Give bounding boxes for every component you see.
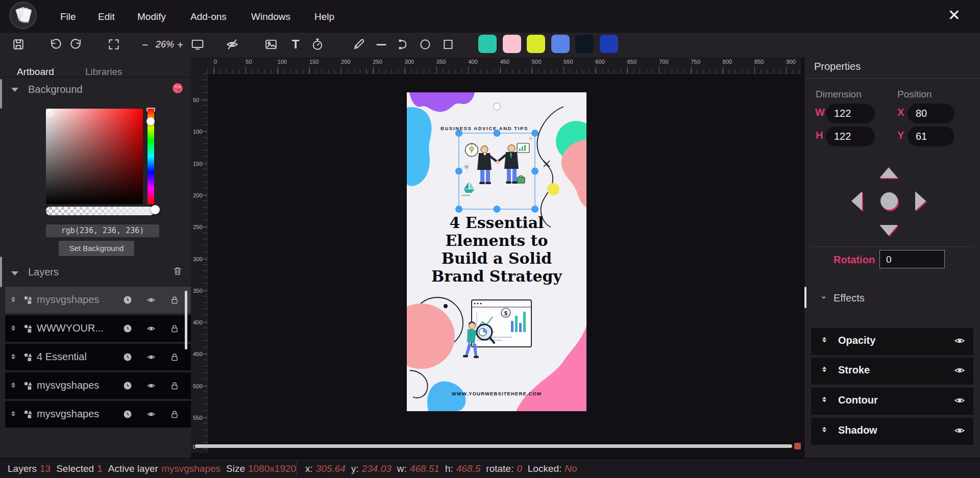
eye-icon[interactable] (954, 395, 965, 408)
clock-icon[interactable] (123, 410, 132, 419)
menu-item-addons[interactable]: Add-ons (190, 11, 227, 22)
x-field[interactable]: 80 (908, 104, 954, 123)
rectangle-tool-icon[interactable] (442, 38, 455, 51)
height-field[interactable]: 122 (826, 127, 875, 146)
eye-icon[interactable] (954, 336, 965, 348)
color-swatch-1[interactable] (503, 35, 521, 53)
color-swatch-5[interactable] (600, 35, 618, 53)
eye-icon[interactable] (146, 381, 156, 390)
y-field[interactable]: 61 (908, 127, 954, 146)
ruler-number: 100 (278, 59, 287, 65)
eye-icon[interactable] (146, 410, 156, 419)
ellipse-tool-icon[interactable] (419, 38, 432, 51)
nudge-up-button[interactable] (879, 167, 898, 178)
artboard-poster[interactable]: BUSINESS ADVICE AND TIPS 4 Essential (407, 92, 586, 411)
sort-handle-icon[interactable] (9, 353, 18, 362)
clock-icon[interactable] (123, 295, 132, 305)
chevron-down-icon[interactable] (11, 88, 18, 92)
layer-row-0[interactable]: mysvgshapes (5, 287, 191, 313)
rotation-handle[interactable] (494, 103, 501, 110)
lock-icon[interactable] (170, 410, 179, 419)
color-swatch-0[interactable] (478, 35, 497, 53)
panel-scrollbar[interactable] (804, 287, 806, 308)
layer-row-2[interactable]: 4 Essential (5, 344, 191, 370)
sort-handle-icon[interactable] (9, 410, 18, 419)
sort-handle-icon[interactable] (9, 324, 18, 333)
rgb-value[interactable]: rgb(236, 236, 236) (46, 224, 159, 237)
eye-icon[interactable] (954, 425, 965, 438)
color-swatch-4[interactable] (575, 35, 594, 53)
saturation-handle[interactable] (46, 110, 53, 116)
presentation-monitor-icon[interactable] (191, 38, 204, 51)
app-logo-icon[interactable] (10, 3, 36, 28)
nudge-right-button[interactable] (915, 191, 926, 211)
menu-item-edit[interactable]: Edit (98, 11, 115, 22)
effect-row-stroke[interactable]: Stroke (811, 358, 973, 385)
trash-icon[interactable] (173, 266, 183, 278)
sort-handle-icon[interactable] (820, 365, 828, 375)
effect-row-opacity[interactable]: Opacity (811, 328, 973, 355)
set-background-button[interactable]: Set Background (59, 241, 134, 256)
palette-icon[interactable] (172, 83, 183, 96)
zoom-out-button[interactable]: − (142, 39, 148, 51)
tab-libraries[interactable]: Libraries (85, 66, 122, 78)
color-swatch-2[interactable] (527, 35, 545, 53)
alpha-handle[interactable] (151, 205, 160, 214)
scrollbar-corner (794, 443, 801, 449)
eye-icon[interactable] (146, 295, 156, 305)
lock-icon[interactable] (170, 295, 179, 305)
nudge-left-button[interactable] (851, 191, 862, 211)
hue-handle[interactable] (146, 117, 155, 125)
clock-icon[interactable] (123, 381, 132, 390)
menu-item-modify[interactable]: Modify (137, 11, 166, 22)
layers-scrollbar[interactable] (185, 291, 187, 349)
timer-icon[interactable] (311, 38, 324, 51)
sort-handle-icon[interactable] (820, 395, 828, 406)
sort-handle-icon[interactable] (820, 425, 828, 436)
eye-icon[interactable] (146, 324, 156, 333)
zoom-in-button[interactable]: + (177, 39, 183, 51)
clock-icon[interactable] (123, 324, 132, 333)
layer-row-4[interactable]: mysvgshapes (5, 401, 191, 427)
menu-item-file[interactable]: File (60, 11, 76, 22)
hide-eye-slash-icon[interactable] (226, 38, 239, 51)
eye-icon[interactable] (954, 365, 965, 378)
panel-scrollbar[interactable] (0, 257, 2, 287)
close-icon[interactable]: ✕ (948, 7, 961, 24)
sort-handle-icon[interactable] (9, 381, 18, 390)
sort-handle-icon[interactable] (9, 295, 18, 305)
lock-icon[interactable] (170, 353, 179, 362)
alpha-slider[interactable] (46, 207, 154, 215)
layer-row-3[interactable]: mysvgshapes (5, 372, 191, 399)
save-icon[interactable] (12, 38, 25, 51)
horizontal-scrollbar[interactable] (195, 444, 792, 448)
text-tool-icon[interactable]: T (289, 38, 302, 51)
clock-icon[interactable] (123, 353, 132, 362)
nudge-center-button[interactable] (880, 192, 898, 210)
effect-row-contour[interactable]: Contour (811, 388, 973, 415)
color-swatch-3[interactable] (551, 35, 570, 53)
rotation-field[interactable]: 0 (879, 250, 945, 268)
eye-icon[interactable] (146, 353, 156, 362)
redo-icon[interactable] (70, 38, 84, 51)
path-tool-icon[interactable] (397, 38, 410, 51)
saturation-picker[interactable] (46, 109, 143, 204)
chevron-down-icon[interactable]: ⌄ (820, 291, 827, 300)
tab-artboard[interactable]: Artboard (17, 66, 54, 78)
fullscreen-icon[interactable] (107, 38, 120, 51)
panel-scrollbar[interactable] (0, 79, 2, 109)
lock-icon[interactable] (170, 381, 179, 390)
pen-tool-icon[interactable] (352, 38, 365, 51)
menu-item-help[interactable]: Help (314, 11, 334, 22)
chevron-down-icon[interactable] (11, 271, 18, 275)
sort-handle-icon[interactable] (820, 336, 828, 346)
lock-icon[interactable] (170, 324, 179, 333)
line-tool-icon[interactable] (375, 38, 388, 51)
width-field[interactable]: 122 (826, 104, 875, 123)
nudge-down-button[interactable] (879, 225, 898, 236)
image-icon[interactable] (264, 38, 278, 51)
layer-row-1[interactable]: WWWYOUR... (5, 315, 191, 342)
undo-icon[interactable] (48, 38, 61, 51)
menu-item-windows[interactable]: Windows (251, 11, 290, 22)
effect-row-shadow[interactable]: Shadow (811, 418, 973, 445)
